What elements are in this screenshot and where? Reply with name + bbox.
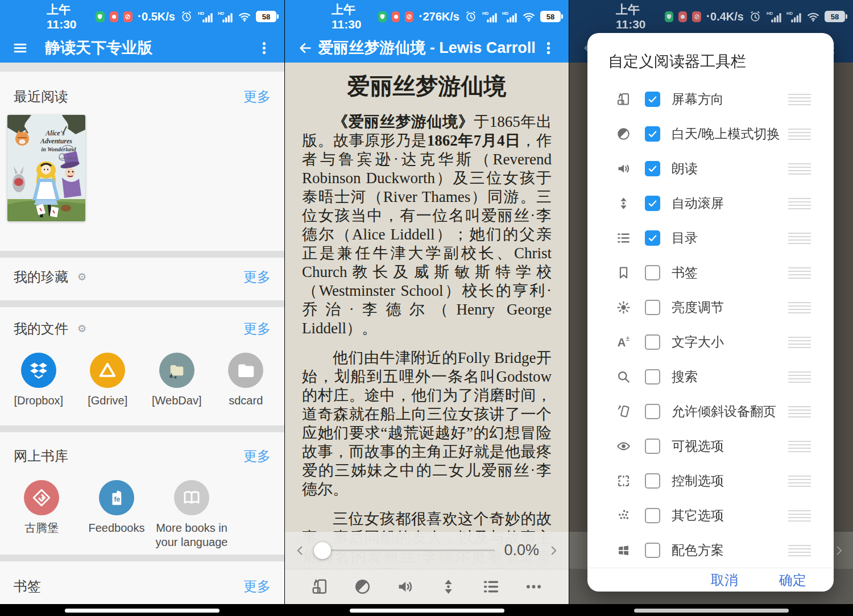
back-arrow-icon[interactable] <box>297 40 313 56</box>
reading-page[interactable]: 爱丽丝梦游仙境 《爱丽丝梦游仙境》于1865年出版。故事原形乃是1862年7月4… <box>285 63 569 604</box>
day-night-icon[interactable] <box>353 577 372 596</box>
toolbar-item-day-night[interactable]: 白天/晚上模式切换 <box>587 117 834 151</box>
drag-handle[interactable] <box>788 337 811 348</box>
toolbar-item-color-scheme[interactable]: 配色方案 <box>587 533 834 568</box>
panel-dialog: 上午11:30 · 0.4K/s 58 自定义阅读器工具栏 <box>569 0 853 616</box>
more-link[interactable]: 更多 <box>243 447 271 465</box>
checkbox[interactable] <box>645 404 660 419</box>
status-bar: 上午11:30 · 0.4K/s 58 <box>569 0 853 33</box>
checkbox[interactable] <box>645 439 660 454</box>
checkbox[interactable] <box>645 508 660 523</box>
more-link[interactable]: 更多 <box>243 268 271 286</box>
checkbox[interactable] <box>645 126 660 142</box>
toolbar-item-tilt-page-turn[interactable]: 允许倾斜设备翻页 <box>587 394 834 429</box>
home-indicator[interactable] <box>634 609 789 613</box>
hamburger-menu-icon[interactable] <box>13 40 28 56</box>
drag-handle[interactable] <box>788 198 811 209</box>
checkbox[interactable] <box>645 230 660 246</box>
color-tiles-icon <box>616 543 631 558</box>
overflow-menu-icon[interactable] <box>541 40 556 56</box>
toolbar-item-search[interactable]: 搜索 <box>587 359 834 394</box>
drag-handle[interactable] <box>788 371 811 383</box>
divider <box>0 251 284 258</box>
drag-handle[interactable] <box>788 94 811 105</box>
more-options-icon[interactable] <box>524 577 543 596</box>
cover-title-line1: Alice's <box>45 129 65 137</box>
battery-icon: 58 <box>540 11 561 22</box>
progress-slider[interactable] <box>316 549 495 551</box>
app-bar: 静读天下专业版 <box>0 33 284 63</box>
book-title: 爱丽丝梦游仙境 - Lewis Carroll <box>313 38 541 58</box>
next-chapter-icon[interactable] <box>547 544 560 557</box>
checkbox[interactable] <box>645 265 660 280</box>
file-source-gdrive[interactable]: [Gdrive] <box>73 353 143 408</box>
gear-icon[interactable]: ⚙ <box>77 271 86 283</box>
gutenberg-icon <box>24 480 59 515</box>
toolbar-item-control-options[interactable]: 控制选项 <box>587 464 834 498</box>
ok-button[interactable]: 确定 <box>779 571 806 589</box>
drag-handle[interactable] <box>788 545 811 556</box>
home-indicator[interactable] <box>350 609 504 613</box>
notification-circle-icon <box>110 11 119 22</box>
screen-rotation-icon[interactable] <box>310 577 329 596</box>
dialog-footer: 取消 确定 <box>587 568 834 592</box>
more-link[interactable]: 更多 <box>243 88 271 106</box>
checkbox[interactable] <box>645 161 660 176</box>
toolbar-item-bookmark[interactable]: 书签 <box>587 255 834 290</box>
drag-handle[interactable] <box>788 406 811 417</box>
drag-handle[interactable] <box>788 129 811 140</box>
file-source-sdcard[interactable]: sdcard <box>212 353 281 408</box>
checkbox[interactable] <box>645 300 660 315</box>
feedbooks-icon <box>99 480 134 515</box>
netlib-more-books[interactable]: More books in your language <box>154 480 229 549</box>
speaker-icon[interactable] <box>396 577 415 596</box>
drag-handle[interactable] <box>788 267 811 279</box>
checkbox[interactable] <box>645 543 660 558</box>
toolbar-item-auto-scroll[interactable]: 自动滚屏 <box>587 186 834 221</box>
open-book-icon <box>174 480 209 515</box>
wifi-icon <box>522 10 536 23</box>
checkbox[interactable] <box>645 92 660 107</box>
checkbox[interactable] <box>645 473 660 489</box>
toolbar-item-brightness[interactable]: 亮度调节 <box>587 290 834 325</box>
toolbar-item-misc-options[interactable]: 其它选项 <box>587 498 834 533</box>
checkbox[interactable] <box>645 196 660 211</box>
day-night-icon <box>616 126 631 142</box>
netlib-feedbooks[interactable]: Feedbooks <box>79 480 154 549</box>
slider-knob[interactable] <box>314 542 331 559</box>
prev-chapter-icon[interactable] <box>294 544 307 557</box>
gdrive-icon <box>90 353 125 388</box>
netlib-gutenberg[interactable]: 古腾堡 <box>4 480 79 549</box>
auto-scroll-icon[interactable] <box>439 577 458 596</box>
toolbar-item-screen-orientation[interactable]: 屏幕方向 <box>587 82 834 117</box>
signal-icon <box>218 10 233 23</box>
section-my-files: 我的文件 ⚙ 更多 [Dropbox] [Gdrive] [WebDav] <box>0 307 284 425</box>
book-cover-alice[interactable]: Alice's Adventures in Wonderland Lewis C… <box>7 115 85 221</box>
drag-handle[interactable] <box>788 163 811 175</box>
toolbar-item-visual-options[interactable]: 可视选项 <box>587 429 834 464</box>
drag-handle[interactable] <box>788 476 811 487</box>
signal-icon <box>767 10 782 23</box>
section-online-library: 网上书库 更多 古腾堡 Feedbooks More books in your… <box>0 432 284 555</box>
toolbar-item-text-size[interactable]: 文字大小 <box>587 325 834 359</box>
checkbox[interactable] <box>645 334 660 350</box>
toc-list-icon[interactable] <box>482 577 500 596</box>
toolbar-item-toc[interactable]: 目录 <box>587 221 834 255</box>
drag-handle[interactable] <box>788 441 811 452</box>
toolbar-item-tts[interactable]: 朗读 <box>587 151 834 186</box>
file-source-webdav[interactable]: [WebDav] <box>142 353 212 408</box>
more-link[interactable]: 更多 <box>243 577 271 596</box>
speaker-icon <box>616 161 631 176</box>
drag-handle[interactable] <box>788 510 811 522</box>
more-link[interactable]: 更多 <box>243 320 271 338</box>
overflow-menu-icon[interactable] <box>256 40 272 56</box>
checkbox[interactable] <box>645 369 660 385</box>
file-source-dropbox[interactable]: [Dropbox] <box>4 353 73 408</box>
section-title: 最近阅读 <box>14 88 68 106</box>
app-bar: 爱丽丝梦游仙境 - Lewis Carroll <box>285 33 569 63</box>
gear-icon[interactable]: ⚙ <box>77 323 86 335</box>
drag-handle[interactable] <box>788 302 811 313</box>
home-indicator[interactable] <box>65 609 220 613</box>
drag-handle[interactable] <box>788 233 811 244</box>
cancel-button[interactable]: 取消 <box>711 571 738 589</box>
